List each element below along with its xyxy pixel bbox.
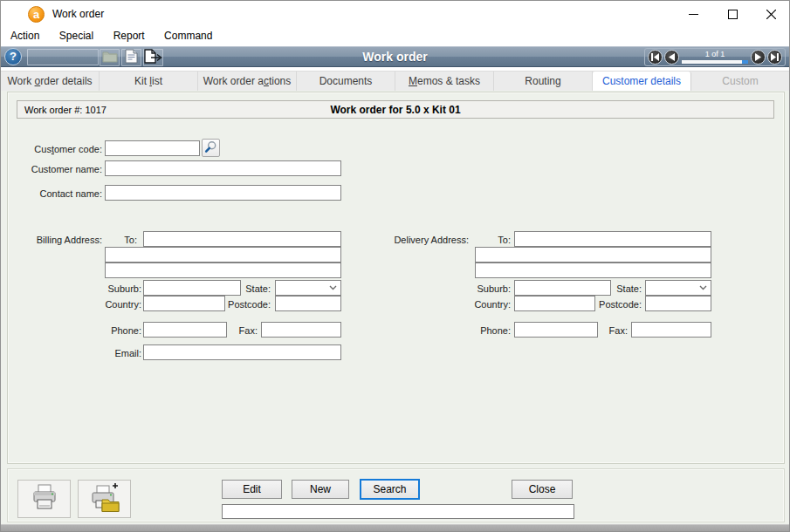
tab-customer-details[interactable]: Customer details	[593, 72, 691, 91]
tab-custom[interactable]: Custom	[691, 72, 789, 91]
first-record-icon	[651, 51, 659, 64]
title-bar: a Work order	[1, 1, 789, 26]
record-navigator: 1 of 1	[644, 48, 786, 66]
help-button[interactable]: ?	[4, 48, 22, 65]
customer-lookup-button[interactable]	[202, 139, 220, 157]
folder-icon	[102, 50, 118, 65]
delivery-state-label: State:	[601, 283, 642, 295]
delivery-address-line3-input[interactable]	[475, 263, 711, 278]
printer-icon	[29, 483, 60, 515]
minimize-icon	[689, 10, 698, 19]
customer-name-label: Customer name:	[24, 163, 102, 175]
edit-button[interactable]: Edit	[222, 480, 282, 499]
toolbar-spacer	[27, 49, 99, 65]
search-icon	[204, 140, 217, 156]
close-icon	[766, 10, 776, 19]
status-field[interactable]	[222, 504, 574, 519]
close-button[interactable]: Close	[512, 480, 573, 499]
minimize-button[interactable]	[680, 4, 706, 24]
record-position-thumb	[742, 60, 748, 64]
billing-state-select[interactable]	[275, 280, 341, 296]
delivery-phone-input[interactable]	[514, 322, 598, 338]
delivery-address-line2-input[interactable]	[475, 247, 711, 263]
window-title: Work order	[52, 8, 104, 20]
window-bottom-edge	[1, 524, 789, 532]
new-button[interactable]: New	[292, 480, 349, 499]
first-record-button[interactable]	[648, 50, 663, 65]
menu-bar: Action Special Report Command	[1, 26, 789, 46]
tab-routing[interactable]: Routing	[494, 72, 593, 91]
work-order-window: a Work order Action Special Report Comma…	[0, 0, 790, 532]
billing-email-input[interactable]	[143, 344, 341, 360]
delivery-country-input[interactable]	[514, 296, 595, 311]
billing-country-label: Country:	[89, 298, 141, 310]
tab-memos-tasks[interactable]: Memos & tasks	[395, 72, 494, 91]
delivery-suburb-label: Suburb:	[458, 283, 511, 295]
menu-command[interactable]: Command	[156, 26, 220, 42]
next-record-button[interactable]	[751, 50, 766, 65]
last-record-button[interactable]	[767, 50, 782, 65]
tab-work-order-actions[interactable]: Work order actions	[198, 72, 297, 91]
memo-icon	[125, 49, 138, 66]
work-order-title: Work order for 5.0 x Kit 01	[17, 104, 773, 116]
print-batch-button[interactable]	[78, 480, 131, 518]
tab-kit-list[interactable]: Kit list	[100, 72, 198, 91]
record-position: 1 of 1	[680, 50, 750, 58]
delivery-to-input[interactable]	[514, 231, 711, 247]
customer-code-input[interactable]	[105, 140, 200, 156]
maximize-button[interactable]	[719, 4, 745, 24]
previous-record-icon	[669, 51, 675, 64]
delivery-postcode-label: Postcode:	[595, 298, 642, 310]
record-header: Work order #: 1017 Work order for 5.0 x …	[17, 100, 774, 119]
delivery-postcode-input[interactable]	[645, 296, 711, 311]
billing-phone-label: Phone:	[89, 324, 141, 337]
billing-to-input[interactable]	[143, 231, 341, 247]
delivery-address-label: Delivery Address:	[386, 234, 469, 246]
print-button[interactable]	[17, 480, 71, 518]
delivery-suburb-input[interactable]	[514, 280, 611, 296]
close-icon-button[interactable]	[758, 4, 784, 24]
billing-suburb-input[interactable]	[143, 280, 241, 296]
billing-address-line2-input[interactable]	[105, 247, 341, 263]
delivery-to-label: To:	[480, 234, 511, 246]
next-record-icon	[755, 51, 761, 64]
export-button[interactable]	[143, 49, 163, 66]
open-folder-button[interactable]	[100, 49, 120, 66]
billing-country-input[interactable]	[143, 296, 225, 311]
billing-state-label: State:	[230, 283, 271, 295]
menu-report[interactable]: Report	[106, 26, 153, 42]
record-position-track[interactable]	[682, 60, 748, 64]
last-record-icon	[771, 51, 779, 64]
billing-address-line3-input[interactable]	[105, 263, 341, 278]
app-icon: a	[28, 6, 45, 23]
tab-documents[interactable]: Documents	[297, 72, 395, 91]
billing-to-label: To:	[106, 234, 137, 246]
delivery-fax-input[interactable]	[631, 322, 711, 338]
delivery-fax-label: Fax:	[599, 324, 628, 337]
previous-record-button[interactable]	[664, 50, 679, 65]
contact-name-label: Contact name:	[24, 188, 102, 200]
billing-phone-input[interactable]	[143, 322, 227, 338]
billing-suburb-label: Suburb:	[89, 283, 141, 295]
search-button[interactable]: Search	[360, 479, 420, 500]
billing-email-label: Email:	[89, 347, 141, 359]
billing-postcode-input[interactable]	[275, 296, 341, 311]
export-icon	[144, 49, 162, 66]
menu-special[interactable]: Special	[52, 26, 101, 42]
billing-fax-input[interactable]	[261, 322, 341, 338]
customer-details-panel: Work order #: 1017 Work order for 5.0 x …	[7, 92, 785, 464]
billing-postcode-label: Postcode:	[224, 298, 271, 310]
delivery-state-select[interactable]	[645, 280, 711, 296]
toolbar: ? Work order 1 of 1	[1, 46, 789, 67]
tab-work-order-details[interactable]: Work order details	[1, 72, 100, 91]
delivery-country-label: Country:	[458, 298, 511, 310]
memo-button[interactable]	[121, 49, 141, 66]
contact-name-input[interactable]	[105, 185, 341, 201]
printer-add-folder-icon	[87, 482, 122, 516]
delivery-phone-label: Phone:	[458, 324, 511, 337]
tab-bar: Work order details Kit list Work order a…	[1, 71, 789, 91]
customer-name-input[interactable]	[105, 160, 341, 176]
maximize-icon	[728, 10, 738, 19]
customer-code-label: Customer code:	[24, 143, 102, 155]
menu-action[interactable]: Action	[3, 26, 47, 42]
